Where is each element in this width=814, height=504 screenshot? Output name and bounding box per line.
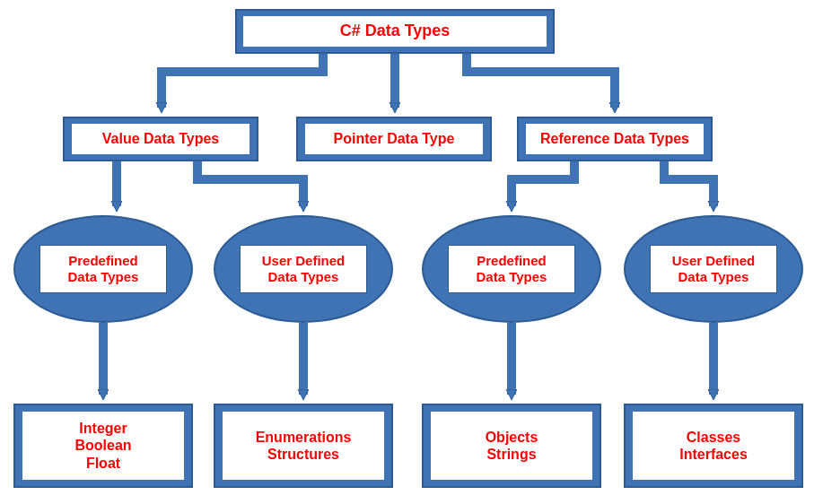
node-pointer-label: Pointer Data Type — [304, 123, 484, 155]
node-value-label: Value Data Types — [71, 123, 250, 155]
node-reference: Reference Data Types — [517, 117, 713, 161]
node-predef2: Predefined Data Types — [422, 215, 601, 323]
edge-root-reference — [467, 54, 615, 108]
node-leaf1: Integer Boolean Float — [13, 404, 193, 488]
node-leaf2: Enumerations Structures — [214, 404, 393, 488]
node-root-label: C# Data Types — [242, 15, 547, 48]
edge-ref-predef2 — [512, 161, 574, 206]
node-leaf4-label: Classes Interfaces — [632, 411, 795, 481]
node-userdef2-label: User Defined Data Types — [650, 245, 777, 293]
edge-value-userdef1 — [197, 161, 303, 206]
node-leaf3: Objects Strings — [422, 404, 601, 488]
node-leaf2-label: Enumerations Structures — [222, 411, 385, 481]
node-reference-label: Reference Data Types — [525, 123, 705, 155]
node-leaf3-label: Objects Strings — [430, 411, 593, 481]
node-predef2-label: Predefined Data Types — [448, 245, 575, 293]
node-leaf4: Classes Interfaces — [624, 404, 803, 488]
node-pointer: Pointer Data Type — [296, 117, 492, 161]
node-userdef2: User Defined Data Types — [624, 215, 803, 323]
node-userdef1: User Defined Data Types — [214, 215, 393, 323]
edge-ref-userdef2 — [664, 161, 713, 206]
node-leaf1-label: Integer Boolean Float — [22, 411, 185, 481]
node-predef1: Predefined Data Types — [13, 215, 193, 323]
node-userdef1-label: User Defined Data Types — [240, 245, 367, 293]
diagram-canvas: C# Data Types Value Data Types Pointer D… — [0, 0, 814, 504]
edge-root-value — [162, 54, 323, 108]
node-predef1-label: Predefined Data Types — [39, 245, 167, 293]
node-value: Value Data Types — [63, 117, 258, 161]
node-root: C# Data Types — [235, 9, 555, 54]
